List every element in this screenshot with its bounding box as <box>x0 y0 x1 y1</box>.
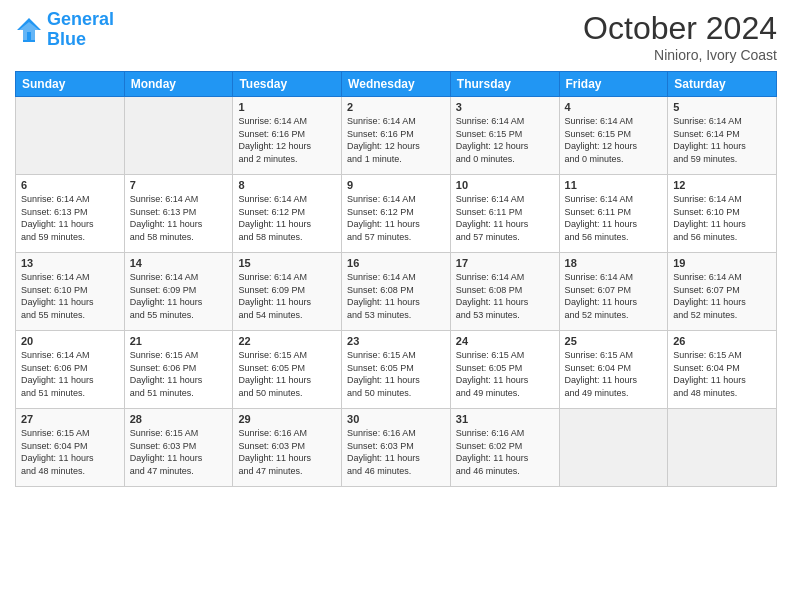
day-number: 10 <box>456 179 554 191</box>
day-number: 19 <box>673 257 771 269</box>
day-number: 13 <box>21 257 119 269</box>
day-info: Sunrise: 6:14 AM Sunset: 6:10 PM Dayligh… <box>673 193 771 243</box>
day-info: Sunrise: 6:15 AM Sunset: 6:05 PM Dayligh… <box>456 349 554 399</box>
location-subtitle: Ninioro, Ivory Coast <box>583 47 777 63</box>
calendar-cell: 17Sunrise: 6:14 AM Sunset: 6:08 PM Dayli… <box>450 253 559 331</box>
day-number: 8 <box>238 179 336 191</box>
day-number: 9 <box>347 179 445 191</box>
calendar-cell <box>124 97 233 175</box>
calendar-cell: 7Sunrise: 6:14 AM Sunset: 6:13 PM Daylig… <box>124 175 233 253</box>
day-number: 25 <box>565 335 663 347</box>
page: General Blue October 2024 Ninioro, Ivory… <box>0 0 792 612</box>
week-row-1: 1Sunrise: 6:14 AM Sunset: 6:16 PM Daylig… <box>16 97 777 175</box>
days-header-row: SundayMondayTuesdayWednesdayThursdayFrid… <box>16 72 777 97</box>
day-number: 5 <box>673 101 771 113</box>
day-info: Sunrise: 6:14 AM Sunset: 6:09 PM Dayligh… <box>130 271 228 321</box>
day-info: Sunrise: 6:14 AM Sunset: 6:11 PM Dayligh… <box>456 193 554 243</box>
calendar-cell: 25Sunrise: 6:15 AM Sunset: 6:04 PM Dayli… <box>559 331 668 409</box>
day-info: Sunrise: 6:14 AM Sunset: 6:12 PM Dayligh… <box>238 193 336 243</box>
day-info: Sunrise: 6:14 AM Sunset: 6:08 PM Dayligh… <box>456 271 554 321</box>
day-info: Sunrise: 6:16 AM Sunset: 6:03 PM Dayligh… <box>347 427 445 477</box>
calendar-cell <box>668 409 777 487</box>
day-info: Sunrise: 6:14 AM Sunset: 6:16 PM Dayligh… <box>238 115 336 165</box>
day-info: Sunrise: 6:15 AM Sunset: 6:05 PM Dayligh… <box>238 349 336 399</box>
calendar-cell: 3Sunrise: 6:14 AM Sunset: 6:15 PM Daylig… <box>450 97 559 175</box>
day-number: 24 <box>456 335 554 347</box>
logo-text: General Blue <box>47 10 114 50</box>
calendar-cell: 1Sunrise: 6:14 AM Sunset: 6:16 PM Daylig… <box>233 97 342 175</box>
week-row-5: 27Sunrise: 6:15 AM Sunset: 6:04 PM Dayli… <box>16 409 777 487</box>
day-number: 18 <box>565 257 663 269</box>
day-number: 6 <box>21 179 119 191</box>
day-number: 1 <box>238 101 336 113</box>
day-header-sunday: Sunday <box>16 72 125 97</box>
day-number: 23 <box>347 335 445 347</box>
day-info: Sunrise: 6:14 AM Sunset: 6:11 PM Dayligh… <box>565 193 663 243</box>
day-number: 15 <box>238 257 336 269</box>
day-info: Sunrise: 6:14 AM Sunset: 6:15 PM Dayligh… <box>565 115 663 165</box>
day-number: 16 <box>347 257 445 269</box>
day-header-tuesday: Tuesday <box>233 72 342 97</box>
day-number: 17 <box>456 257 554 269</box>
day-info: Sunrise: 6:14 AM Sunset: 6:15 PM Dayligh… <box>456 115 554 165</box>
calendar-cell: 26Sunrise: 6:15 AM Sunset: 6:04 PM Dayli… <box>668 331 777 409</box>
calendar-cell: 27Sunrise: 6:15 AM Sunset: 6:04 PM Dayli… <box>16 409 125 487</box>
day-info: Sunrise: 6:14 AM Sunset: 6:13 PM Dayligh… <box>21 193 119 243</box>
calendar-cell: 31Sunrise: 6:16 AM Sunset: 6:02 PM Dayli… <box>450 409 559 487</box>
day-info: Sunrise: 6:15 AM Sunset: 6:05 PM Dayligh… <box>347 349 445 399</box>
calendar-cell: 11Sunrise: 6:14 AM Sunset: 6:11 PM Dayli… <box>559 175 668 253</box>
calendar-cell: 5Sunrise: 6:14 AM Sunset: 6:14 PM Daylig… <box>668 97 777 175</box>
day-header-friday: Friday <box>559 72 668 97</box>
day-number: 29 <box>238 413 336 425</box>
calendar-cell: 23Sunrise: 6:15 AM Sunset: 6:05 PM Dayli… <box>342 331 451 409</box>
day-number: 4 <box>565 101 663 113</box>
calendar-cell: 21Sunrise: 6:15 AM Sunset: 6:06 PM Dayli… <box>124 331 233 409</box>
day-number: 20 <box>21 335 119 347</box>
calendar-cell: 15Sunrise: 6:14 AM Sunset: 6:09 PM Dayli… <box>233 253 342 331</box>
day-info: Sunrise: 6:16 AM Sunset: 6:03 PM Dayligh… <box>238 427 336 477</box>
day-number: 27 <box>21 413 119 425</box>
day-info: Sunrise: 6:15 AM Sunset: 6:06 PM Dayligh… <box>130 349 228 399</box>
calendar-cell: 22Sunrise: 6:15 AM Sunset: 6:05 PM Dayli… <box>233 331 342 409</box>
logo: General Blue <box>15 10 114 50</box>
calendar-cell: 9Sunrise: 6:14 AM Sunset: 6:12 PM Daylig… <box>342 175 451 253</box>
day-number: 30 <box>347 413 445 425</box>
day-info: Sunrise: 6:14 AM Sunset: 6:12 PM Dayligh… <box>347 193 445 243</box>
day-info: Sunrise: 6:14 AM Sunset: 6:08 PM Dayligh… <box>347 271 445 321</box>
day-header-wednesday: Wednesday <box>342 72 451 97</box>
day-number: 31 <box>456 413 554 425</box>
calendar-cell: 18Sunrise: 6:14 AM Sunset: 6:07 PM Dayli… <box>559 253 668 331</box>
day-info: Sunrise: 6:14 AM Sunset: 6:14 PM Dayligh… <box>673 115 771 165</box>
calendar-cell <box>559 409 668 487</box>
header: General Blue October 2024 Ninioro, Ivory… <box>15 10 777 63</box>
day-info: Sunrise: 6:15 AM Sunset: 6:04 PM Dayligh… <box>673 349 771 399</box>
month-title: October 2024 <box>583 10 777 47</box>
day-info: Sunrise: 6:16 AM Sunset: 6:02 PM Dayligh… <box>456 427 554 477</box>
week-row-2: 6Sunrise: 6:14 AM Sunset: 6:13 PM Daylig… <box>16 175 777 253</box>
day-info: Sunrise: 6:15 AM Sunset: 6:04 PM Dayligh… <box>21 427 119 477</box>
calendar-cell: 2Sunrise: 6:14 AM Sunset: 6:16 PM Daylig… <box>342 97 451 175</box>
calendar-cell <box>16 97 125 175</box>
calendar-cell: 14Sunrise: 6:14 AM Sunset: 6:09 PM Dayli… <box>124 253 233 331</box>
logo-general: General <box>47 9 114 29</box>
calendar-cell: 20Sunrise: 6:14 AM Sunset: 6:06 PM Dayli… <box>16 331 125 409</box>
day-header-monday: Monday <box>124 72 233 97</box>
day-info: Sunrise: 6:14 AM Sunset: 6:09 PM Dayligh… <box>238 271 336 321</box>
week-row-4: 20Sunrise: 6:14 AM Sunset: 6:06 PM Dayli… <box>16 331 777 409</box>
day-number: 14 <box>130 257 228 269</box>
logo-icon <box>15 16 43 44</box>
calendar-cell: 24Sunrise: 6:15 AM Sunset: 6:05 PM Dayli… <box>450 331 559 409</box>
calendar-cell: 8Sunrise: 6:14 AM Sunset: 6:12 PM Daylig… <box>233 175 342 253</box>
calendar-cell: 29Sunrise: 6:16 AM Sunset: 6:03 PM Dayli… <box>233 409 342 487</box>
day-info: Sunrise: 6:14 AM Sunset: 6:06 PM Dayligh… <box>21 349 119 399</box>
calendar-cell: 13Sunrise: 6:14 AM Sunset: 6:10 PM Dayli… <box>16 253 125 331</box>
calendar-cell: 16Sunrise: 6:14 AM Sunset: 6:08 PM Dayli… <box>342 253 451 331</box>
day-number: 12 <box>673 179 771 191</box>
day-number: 11 <box>565 179 663 191</box>
day-info: Sunrise: 6:14 AM Sunset: 6:13 PM Dayligh… <box>130 193 228 243</box>
day-number: 26 <box>673 335 771 347</box>
day-number: 22 <box>238 335 336 347</box>
logo-blue: Blue <box>47 30 114 50</box>
title-block: October 2024 Ninioro, Ivory Coast <box>583 10 777 63</box>
calendar-cell: 4Sunrise: 6:14 AM Sunset: 6:15 PM Daylig… <box>559 97 668 175</box>
